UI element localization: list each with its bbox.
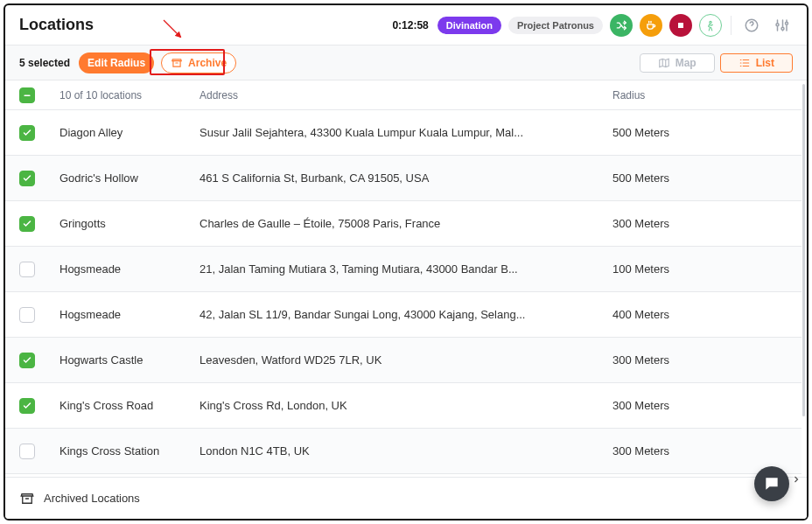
- action-stop-button[interactable]: [669, 14, 692, 37]
- indeterminate-icon: [22, 90, 32, 101]
- locations-table: 10 of 10 locations Address Radius Diagon…: [5, 80, 802, 477]
- row-name: Hogwarts Castle: [60, 353, 200, 367]
- row-checkbox[interactable]: [19, 216, 35, 232]
- chat-fab-button[interactable]: [754, 466, 789, 501]
- col-radius: Radius: [612, 89, 788, 101]
- archive-box-icon: [19, 491, 35, 507]
- table-row[interactable]: Godric's Hollow461 S California St, Burb…: [5, 156, 802, 201]
- tag-project[interactable]: Project Patronus: [508, 17, 603, 34]
- select-all-checkbox[interactable]: [19, 87, 35, 103]
- row-checkbox[interactable]: [19, 125, 35, 141]
- coffee-icon: [645, 19, 657, 31]
- row-name: Kings Cross Station: [60, 444, 200, 458]
- row-name: Godric's Hollow: [60, 171, 200, 185]
- row-address: Charles de Gaulle – Étoile, 75008 Paris,…: [200, 217, 612, 230]
- table-row[interactable]: Hogsmeade42, Jalan SL 11/9, Bandar Sunga…: [5, 292, 802, 338]
- action-user-button[interactable]: [699, 14, 722, 37]
- map-icon: [658, 57, 670, 69]
- row-name: Hogsmeade: [60, 308, 200, 321]
- table-row[interactable]: King's Cross RoadKing's Cross Rd, London…: [5, 383, 802, 429]
- page-title: Locations: [19, 16, 94, 34]
- row-radius: 100 Meters: [612, 262, 788, 276]
- help-icon: [744, 17, 760, 33]
- row-radius: 400 Meters: [612, 308, 788, 321]
- view-map-label: Map: [676, 57, 696, 69]
- row-address: 21, Jalan Taming Mutiara 3, Taming Mutia…: [200, 262, 612, 276]
- row-radius: 300 Meters: [612, 399, 788, 412]
- row-checkbox[interactable]: [19, 262, 35, 277]
- svg-point-1: [710, 21, 711, 23]
- row-radius: 300 Meters: [612, 217, 788, 230]
- row-radius: 500 Meters: [612, 171, 788, 185]
- view-list-label: List: [756, 57, 774, 69]
- scrollbar[interactable]: [802, 84, 805, 416]
- divider: [731, 16, 732, 35]
- settings-button[interactable]: [770, 14, 793, 37]
- row-checkbox[interactable]: [19, 307, 35, 323]
- archive-button[interactable]: Archive: [161, 52, 236, 73]
- selected-count: 5 selected: [19, 57, 70, 69]
- table-header: 10 of 10 locations Address Radius: [5, 80, 802, 110]
- table-row[interactable]: Hogwarts CastleLeavesden, Watford WD25 7…: [5, 338, 802, 383]
- sliders-icon: [774, 17, 789, 33]
- tag-divination[interactable]: Divination: [438, 17, 501, 34]
- edit-radius-button[interactable]: Edit Radius: [79, 52, 154, 73]
- row-radius: 500 Meters: [612, 126, 788, 139]
- table-row[interactable]: GringottsCharles de Gaulle – Étoile, 750…: [5, 201, 802, 247]
- col-count: 10 of 10 locations: [60, 89, 200, 101]
- row-checkbox[interactable]: [19, 171, 35, 186]
- list-icon: [738, 57, 751, 69]
- row-name: King's Cross Road: [60, 399, 200, 412]
- row-address: King's Cross Rd, London, UK: [200, 399, 612, 412]
- stop-icon: [676, 20, 686, 31]
- table-row[interactable]: Kings Cross StationLondon N1C 4TB, UK300…: [5, 429, 802, 474]
- svg-rect-3: [24, 94, 31, 95]
- session-timer: 0:12:58: [392, 19, 428, 31]
- svg-rect-0: [678, 23, 683, 28]
- view-map-button[interactable]: Map: [640, 53, 715, 73]
- archive-icon: [171, 57, 183, 69]
- toolbar: 5 selected Edit Radius Archive Map List: [5, 45, 807, 80]
- header-bar: Locations 0:12:58 Divination Project Pat…: [5, 5, 807, 45]
- table-row[interactable]: Diagon AlleySusur Jalil Sejahtera, 43300…: [5, 110, 802, 156]
- row-checkbox[interactable]: [19, 444, 35, 459]
- row-address: 42, Jalan SL 11/9, Bandar Sungai Long, 4…: [200, 308, 612, 321]
- row-name: Gringotts: [60, 217, 200, 230]
- help-button[interactable]: [740, 14, 763, 37]
- shuffle-icon: [615, 19, 627, 31]
- view-list-button[interactable]: List: [720, 53, 793, 73]
- table-row[interactable]: Hogsmeade21, Jalan Taming Mutiara 3, Tam…: [5, 247, 802, 292]
- user-run-icon: [704, 19, 717, 31]
- archive-button-label: Archive: [188, 57, 227, 69]
- row-address: London N1C 4TB, UK: [200, 444, 612, 458]
- chat-icon: [763, 475, 780, 493]
- action-coffee-button[interactable]: [640, 14, 662, 37]
- row-name: Diagon Alley: [60, 126, 200, 139]
- fab-caret-icon: [791, 473, 802, 487]
- row-radius: 300 Meters: [612, 444, 788, 458]
- row-address: Susur Jalil Sejahtera, 43300 Kuala Lumpu…: [200, 126, 612, 139]
- row-checkbox[interactable]: [19, 398, 35, 414]
- row-address: Leavesden, Watford WD25 7LR, UK: [200, 353, 612, 367]
- row-radius: 300 Meters: [612, 353, 788, 367]
- row-checkbox[interactable]: [19, 353, 35, 368]
- archived-locations-row[interactable]: Archived Locations: [5, 477, 807, 519]
- action-shuffle-button[interactable]: [610, 14, 633, 37]
- col-address: Address: [200, 89, 612, 101]
- view-toggle: Map List: [640, 53, 793, 73]
- row-address: 461 S California St, Burbank, CA 91505, …: [200, 171, 612, 185]
- row-name: Hogsmeade: [60, 262, 200, 276]
- archived-locations-label: Archived Locations: [44, 492, 140, 505]
